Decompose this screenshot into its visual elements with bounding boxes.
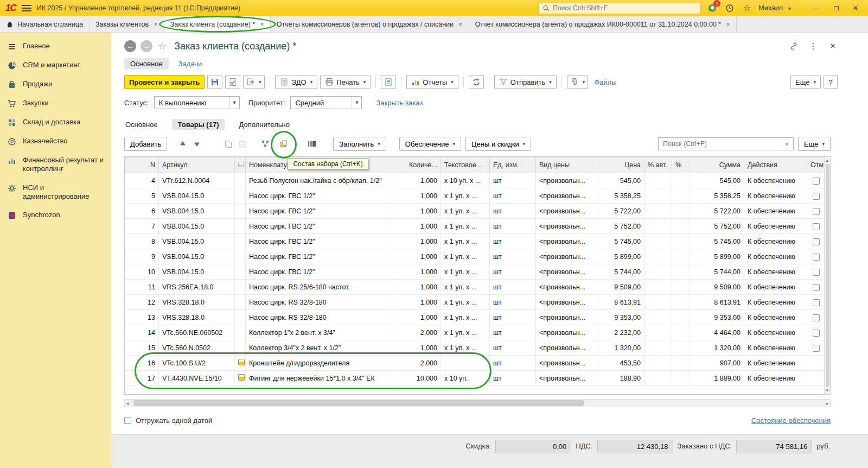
- maximize-button[interactable]: [829, 2, 843, 14]
- sidebar-item-cart[interactable]: Закупки: [0, 94, 111, 113]
- chevron-down-icon[interactable]: ▼: [229, 97, 239, 109]
- column-header-price_kind[interactable]: Вид цены: [536, 157, 598, 173]
- column-header-pct[interactable]: %: [672, 157, 690, 173]
- sidebar-item-chart[interactable]: Финансовый результат и контроллинг: [0, 151, 111, 179]
- move-up-button[interactable]: [176, 137, 190, 151]
- provision-button[interactable]: Обеспечение ▾: [399, 137, 461, 151]
- barcode-button[interactable]: [304, 137, 320, 151]
- grid-search[interactable]: ×: [658, 137, 794, 150]
- sidebar-item-sync[interactable]: Synchrozon: [0, 206, 111, 225]
- app-tab[interactable]: Отчет комиссионера (агента) о продажах И…: [469, 16, 737, 32]
- help-button[interactable]: ?: [824, 75, 838, 89]
- get-link-button[interactable]: [788, 41, 799, 52]
- column-header-unit[interactable]: Ед. изм.: [490, 157, 536, 173]
- global-search-input[interactable]: [553, 4, 697, 12]
- column-header-qty[interactable]: Количе...: [392, 157, 441, 173]
- column-header-action[interactable]: Действия: [744, 157, 807, 173]
- tab-close-icon[interactable]: ×: [154, 20, 158, 28]
- row-checkbox[interactable]: [813, 238, 820, 245]
- set-composition-button[interactable]: [277, 137, 291, 151]
- sidebar-item-bag[interactable]: Продажи: [0, 75, 111, 94]
- add-row-button[interactable]: Добавить: [124, 137, 167, 151]
- create-based-on-button[interactable]: ▾: [243, 75, 265, 89]
- scroll-left-icon[interactable]: ◂: [126, 401, 129, 406]
- column-header-sum[interactable]: Сумма: [690, 157, 744, 173]
- sidebar-item-coin[interactable]: Казначейство: [0, 132, 111, 151]
- files-link[interactable]: Файлы: [594, 78, 616, 86]
- table-row[interactable]: 11VRS.256EA.18.0Насос цирк. RS 25/6-180 …: [125, 280, 825, 295]
- row-checkbox[interactable]: [813, 178, 820, 185]
- grid-search-input[interactable]: [663, 140, 782, 148]
- scroll-up-icon[interactable]: ▲: [825, 158, 829, 163]
- history-button[interactable]: [724, 2, 736, 14]
- row-checkbox[interactable]: [813, 284, 820, 291]
- sidebar-item-menu[interactable]: Главное: [0, 37, 111, 56]
- table-row[interactable]: 13VRS.328.18.0Насос цирк. RS 32/8-1801,0…: [125, 310, 825, 325]
- horizontal-scroll-thumb[interactable]: [133, 400, 584, 406]
- send-button[interactable]: Отправить ▾: [494, 75, 557, 89]
- sidebar-item-grid[interactable]: Склад и доставка: [0, 113, 111, 132]
- row-checkbox[interactable]: [813, 254, 820, 261]
- priority-combo[interactable]: Средний ▼: [290, 96, 362, 109]
- minimize-button[interactable]: —: [809, 2, 824, 14]
- back-button[interactable]: ←: [124, 40, 136, 52]
- main-menu-icon[interactable]: [22, 5, 31, 11]
- clear-search-icon[interactable]: ×: [782, 140, 791, 148]
- close-order-link[interactable]: Закрыть заказ: [376, 99, 423, 107]
- row-checkbox[interactable]: [813, 299, 820, 306]
- table-row[interactable]: 9VSB.004.15.0Насос цирк. ГВС 1/2"1,000х …: [125, 249, 825, 264]
- scroll-down-icon[interactable]: ▼: [825, 388, 829, 393]
- subtab-goods[interactable]: Товары (17): [172, 119, 225, 130]
- paste-button[interactable]: [235, 137, 250, 151]
- sidebar-item-gear[interactable]: НСИ и администрирование: [0, 179, 111, 206]
- favorite-star-icon[interactable]: ☆: [158, 40, 167, 52]
- table-row[interactable]: 7VSB.004.15.0Насос цирк. ГВС 1/2"1,000х …: [125, 219, 825, 234]
- tab-close-icon[interactable]: ×: [458, 20, 463, 28]
- tab-close-icon[interactable]: ×: [260, 20, 264, 28]
- app-tab[interactable]: Заказ клиента (создание) *×: [164, 16, 271, 32]
- table-row[interactable]: 16VTc.100.S.U/2Кронштейн д/гидроразделит…: [125, 356, 825, 371]
- fill-button[interactable]: Заполнить ▾: [333, 137, 386, 151]
- table-row[interactable]: 14VTc.560.NE.060502Коллектор 1"х 2 вент.…: [125, 325, 825, 340]
- ship-same-date-checkbox[interactable]: [124, 417, 131, 424]
- post-button[interactable]: [225, 75, 240, 89]
- column-header-n[interactable]: N: [125, 157, 159, 173]
- move-down-button[interactable]: [190, 137, 204, 151]
- column-header-article[interactable]: Артикул: [159, 157, 235, 173]
- copy-row-button[interactable]: [221, 137, 235, 151]
- row-checkbox[interactable]: [813, 330, 820, 337]
- tab-close-icon[interactable]: ×: [726, 20, 730, 28]
- table-row[interactable]: 12VRS.328.18.0Насос цирк. RS 32/8-1801,0…: [125, 295, 825, 310]
- grid-more-button[interactable]: Еще ▾: [798, 137, 831, 151]
- app-tab[interactable]: Заказы клиентов×: [90, 16, 164, 32]
- more-button[interactable]: Еще ▾: [790, 75, 821, 89]
- sync-button[interactable]: [469, 75, 484, 89]
- edo-button[interactable]: ЭДО ▾: [275, 75, 317, 89]
- row-checkbox[interactable]: [813, 223, 820, 230]
- sidebar-item-pie[interactable]: CRM и маркетинг: [0, 56, 111, 75]
- column-header-set[interactable]: [235, 157, 246, 173]
- column-header-text[interactable]: Текстовое...: [441, 157, 490, 173]
- reports-button[interactable]: Отчеты ▾: [406, 75, 458, 89]
- row-checkbox[interactable]: [813, 208, 820, 215]
- close-form-button[interactable]: ×: [827, 41, 838, 52]
- attachments-button[interactable]: ▾: [567, 75, 589, 89]
- report-button[interactable]: [381, 75, 396, 89]
- table-row[interactable]: 4VTr.612.N.0004Резьб Полусгон нак./гайка…: [125, 173, 825, 188]
- table-row[interactable]: 15VTc.560.N.0502Коллектор 3/4"х 2 вент. …: [125, 340, 825, 356]
- scroll-right-icon[interactable]: ▸: [826, 401, 828, 406]
- nav-main[interactable]: Основное: [124, 58, 169, 69]
- chevron-down-icon[interactable]: ▼: [352, 97, 361, 109]
- subtab-main[interactable]: Основное: [124, 119, 159, 130]
- print-button[interactable]: Печать ▾: [320, 75, 371, 89]
- column-header-auto_pct[interactable]: % авт.: [644, 157, 672, 173]
- subtab-extra[interactable]: Дополнительно: [238, 119, 291, 130]
- structure-button[interactable]: [258, 137, 272, 151]
- table-row[interactable]: 6VSB.004.15.0Насос цирк. ГВС 1/2"1,000х …: [125, 204, 825, 219]
- row-checkbox[interactable]: [813, 193, 820, 200]
- app-tab[interactable]: Отчеты комиссионеров (агентов) о продажа…: [271, 16, 469, 32]
- status-combo[interactable]: К выполнению ▼: [154, 96, 240, 109]
- vertical-scroll-thumb[interactable]: [826, 164, 829, 387]
- column-header-price[interactable]: Цена: [598, 157, 644, 173]
- nav-tasks-link[interactable]: Задачи: [178, 60, 202, 68]
